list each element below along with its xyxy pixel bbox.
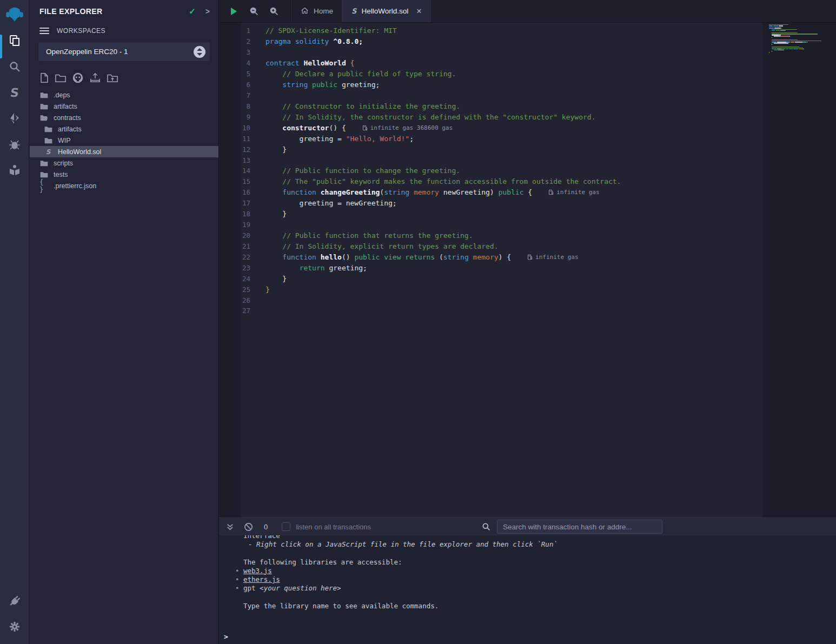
tree-item-wip[interactable]: WIP [30,135,218,146]
workspaces-menu-icon[interactable] [39,26,49,36]
terminal-search-icon [482,522,490,531]
zoom-in-icon[interactable] [269,6,278,16]
load-folder-icon[interactable] [107,72,118,83]
line-number: 4 [219,59,250,67]
code-text: // Public function that returns the gree… [266,231,473,240]
code-line: 20 // Public function that returns the g… [219,230,762,241]
file-explorer-icon[interactable] [0,28,29,54]
tree-item-artifacts[interactable]: artifacts [30,101,218,112]
code-line: 15 // The "public" keyword makes the fun… [219,176,762,187]
code-text: // In Solidity, the constructor is defin… [266,113,596,121]
line-number: 11 [219,135,250,143]
workspace-select-arrows-icon [194,46,205,58]
code-line: 21 // In Solidity, explicit return types… [219,241,762,251]
code-line: 19 [219,220,762,230]
code-line: 24 } [219,273,762,284]
tab-home[interactable]: Home [291,0,342,22]
settings-gear-icon[interactable] [0,614,29,640]
code-line: 11 greeting = "Hello, World!"; [219,133,762,144]
panel-title: FILE EXPLORER [39,7,189,16]
terminal: 0 listen on all transactions interface- … [219,517,836,644]
line-number: 24 [219,275,250,283]
tree-item-contracts[interactable]: contracts [30,112,218,123]
code-lines: 1// SPDX-License-Identifier: MIT2pragma … [219,25,762,316]
minimap[interactable] [769,24,821,56]
code-text: } [266,275,287,283]
terminal-line: Type the library name to see available c… [243,602,836,610]
library-link[interactable]: web3.js [243,567,272,575]
workspaces-label: WORKSPACES [57,27,105,35]
tree-item--deps[interactable]: .deps [30,89,218,101]
terminal-search-input[interactable] [497,520,662,534]
code-text: // In Solidity, explicit return types ar… [266,242,498,250]
run-script-button[interactable] [229,6,238,16]
code-line: 26 [219,295,762,306]
tab-helloworld-sol[interactable]: SHelloWorld.sol× [342,0,431,22]
expand-terminal-icon[interactable] [226,523,234,531]
bullet-icon: • [235,584,240,593]
remix-logo-icon[interactable] [3,3,26,28]
file-actions-row [30,61,218,88]
close-tab-icon[interactable]: × [416,7,421,16]
chevron-right-icon[interactable]: > [205,7,210,16]
code-line: 8 // Constructor to initialize the greet… [219,101,762,111]
debugger-icon[interactable] [0,131,29,157]
code-line: 25} [219,284,762,295]
braces-icon: { } [39,178,48,194]
accept-check-icon[interactable]: ✓ [189,6,196,16]
line-number: 14 [219,167,250,175]
clone-git-icon[interactable] [72,72,84,84]
zoom-out-icon[interactable] [249,6,258,16]
search-icon[interactable] [0,54,29,79]
new-folder-icon[interactable] [55,72,67,83]
workspace-select[interactable]: OpenZeppelin ERC20 - 1 [38,42,210,61]
plugin-manager-icon[interactable] [0,588,29,614]
line-number: 1 [219,26,250,35]
terminal-output: interface- Right click on a JavaScript f… [219,535,836,644]
tree-item-label: contracts [54,114,81,122]
deploy-run-icon[interactable] [0,105,29,131]
workspace-selected-name: OpenZeppelin ERC20 - 1 [46,48,194,56]
tree-item-label: tests [54,171,68,178]
tree-item-scripts[interactable]: scripts [30,157,218,169]
code-editor[interactable]: 1// SPDX-License-Identifier: MIT2pragma … [219,23,836,517]
folder-icon [39,103,48,110]
folder-icon [44,125,52,132]
tree-item-label: artifacts [58,125,82,133]
listen-transactions-checkbox[interactable] [282,522,290,531]
code-text: // SPDX-License-Identifier: MIT [266,26,397,35]
code-line: 17 greeting = newGreeting; [219,198,762,209]
folder-icon [39,91,48,98]
clear-console-icon[interactable] [244,522,253,532]
file-explorer-panel: FILE EXPLORER ✓ > WORKSPACES OpenZeppeli… [30,0,219,644]
tree-item--prettierrc-json[interactable]: { }.prettierrc.json [30,180,218,191]
learneth-icon[interactable] [0,157,29,183]
code-line: 27 [219,306,762,316]
new-file-icon[interactable] [39,72,49,83]
terminal-prompt[interactable]: > [224,633,228,641]
load-file-icon[interactable] [89,72,101,83]
solidity-compiler-icon[interactable]: S [0,79,29,105]
folder-icon [39,160,48,167]
tree-item-tests[interactable]: tests [30,169,218,180]
code-line: 1// SPDX-License-Identifier: MIT [219,25,762,36]
line-number: 20 [219,231,250,240]
tab-label: HelloWorld.sol [361,7,408,15]
library-link[interactable]: ethers.js [243,575,280,583]
line-number: 8 [219,102,250,110]
tree-item-label: scripts [54,160,73,167]
code-text: // Public function to change the greetin… [266,167,460,175]
remix-ide-window: S [0,0,836,644]
code-text: } [266,210,287,218]
minimap-region[interactable] [762,23,836,517]
code-line: 5 // Declare a public field of type stri… [219,69,762,79]
code-text: return greeting; [266,264,367,272]
code-text: } [266,145,287,154]
tree-item-label: .prettierrc.json [54,182,96,190]
line-number: 18 [219,210,250,218]
code-line: 4contract HelloWorld { [219,58,762,69]
file-tree: .depsartifactscontractsartifactsWIPSHell… [30,89,218,191]
code-text: pragma solidity ^0.8.0; [266,37,363,45]
tree-item-helloworld-sol[interactable]: SHelloWorld.sol [30,146,218,157]
tree-item-artifacts[interactable]: artifacts [30,123,218,135]
